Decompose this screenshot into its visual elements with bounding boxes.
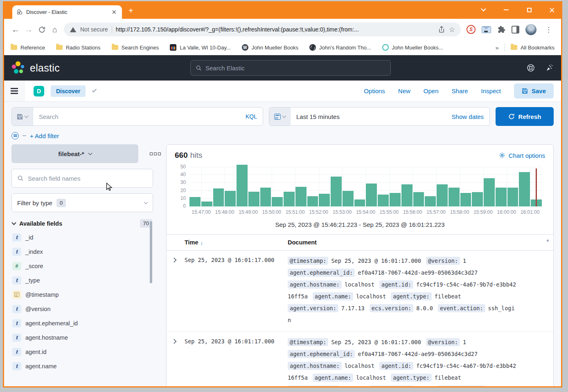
save-button[interactable]: Save xyxy=(514,83,554,99)
date-quick-menu-button[interactable] xyxy=(269,108,291,125)
new-tab-button[interactable]: + xyxy=(128,6,133,16)
all-bookmarks-button[interactable]: All Bookmarks xyxy=(511,45,554,51)
available-fields-header[interactable]: Available fields 70 xyxy=(11,219,153,228)
inspect-link[interactable]: Inspect xyxy=(481,87,501,94)
bookmark-item[interactable]: Search Engines xyxy=(112,45,159,51)
histogram-bar[interactable] xyxy=(343,191,354,206)
time-range-picker[interactable]: Last 15 minutes Show dates xyxy=(269,107,490,126)
filter-icon[interactable] xyxy=(11,132,19,139)
bookmark-item[interactable]: Radio Stations xyxy=(56,45,101,51)
index-pattern-selector[interactable]: filebeat-* xyxy=(11,144,138,163)
field-list-item[interactable]: tagent.name xyxy=(11,359,153,373)
extension-s-icon[interactable]: S xyxy=(467,25,476,34)
elastic-logo[interactable] xyxy=(11,61,25,75)
histogram-bar[interactable] xyxy=(425,196,436,206)
close-icon[interactable]: × xyxy=(549,7,555,13)
bookmark-item[interactable]: John's Random Tho... xyxy=(309,44,371,51)
histogram-bar[interactable] xyxy=(507,188,518,206)
share-link[interactable]: Share xyxy=(452,87,468,94)
histogram-bar[interactable] xyxy=(319,194,330,206)
field-list-item[interactable]: tagent.id xyxy=(11,345,153,359)
help-icon[interactable] xyxy=(527,64,535,72)
histogram-bar[interactable] xyxy=(472,192,483,206)
new-link[interactable]: New xyxy=(398,87,410,94)
time-column-header[interactable]: Time ↓ xyxy=(185,239,288,246)
query-input[interactable]: Search KQL xyxy=(11,107,263,126)
menu-hamburger-icon[interactable] xyxy=(4,81,25,101)
bookmarks-overflow-icon[interactable]: » xyxy=(496,44,499,51)
tab-close-icon[interactable]: ✕ xyxy=(110,9,118,15)
field-list-item[interactable]: t@version xyxy=(11,302,153,316)
bookmark-item[interactable]: La Valle, WI 10-Day... xyxy=(170,44,231,51)
extension-mail-icon[interactable] xyxy=(482,26,491,33)
histogram-bar[interactable] xyxy=(189,197,201,206)
minimize-icon[interactable] xyxy=(503,7,509,13)
table-scrollbar-dot[interactable] xyxy=(547,240,549,242)
field-list-item[interactable]: tagent.ephemeral_id xyxy=(11,316,153,330)
field-statistics-icon[interactable] xyxy=(150,152,161,155)
home-icon[interactable]: ⌂ xyxy=(48,23,61,36)
histogram-bar[interactable] xyxy=(213,188,224,206)
chart-options-button[interactable]: Chart options xyxy=(499,152,545,159)
newsfeed-icon[interactable] xyxy=(545,64,554,72)
histogram-bar[interactable] xyxy=(460,193,471,206)
histogram-bar[interactable] xyxy=(307,196,318,206)
options-link[interactable]: Options xyxy=(364,87,385,94)
histogram-bar[interactable] xyxy=(519,172,530,206)
field-list-item[interactable]: @timestamp xyxy=(11,287,153,302)
histogram-bar[interactable] xyxy=(260,188,271,206)
breadcrumb[interactable]: Discover xyxy=(51,85,86,97)
histogram-bar[interactable] xyxy=(331,177,342,206)
filter-by-type-select[interactable]: Filter by type 0 xyxy=(11,193,153,212)
field-list-item[interactable]: tagent.hostname xyxy=(11,330,153,345)
show-dates-link[interactable]: Show dates xyxy=(452,113,484,120)
histogram-bar[interactable] xyxy=(496,188,507,206)
side-panel-icon[interactable] xyxy=(512,26,519,34)
refresh-button[interactable]: Refresh xyxy=(496,107,554,126)
time-range-value[interactable]: Last 15 minutes xyxy=(296,113,452,120)
bookmark-item[interactable]: Reference xyxy=(11,45,45,51)
bookmark-item[interactable]: John Mueller Books... xyxy=(382,44,443,51)
histogram-bar[interactable] xyxy=(272,197,283,206)
histogram-chart[interactable]: 01020304050 xyxy=(189,167,542,206)
global-search-input[interactable]: Search Elastic xyxy=(190,60,391,76)
field-search-input[interactable]: Search field names xyxy=(11,169,153,188)
add-filter-link[interactable]: + Add filter xyxy=(30,132,59,139)
histogram-bar[interactable] xyxy=(201,202,212,206)
share-icon[interactable] xyxy=(438,26,445,33)
open-link[interactable]: Open xyxy=(424,87,439,94)
forward-icon[interactable]: → xyxy=(22,23,35,36)
bookmark-item[interactable]: WJohn Mueller Books xyxy=(242,44,298,51)
kql-label[interactable]: KQL xyxy=(246,113,257,120)
field-list-item[interactable]: t_index xyxy=(11,244,153,259)
histogram-bar[interactable] xyxy=(237,165,248,206)
url-bar[interactable]: Not secure http://172.105.7.150/app/disc… xyxy=(64,22,461,36)
back-icon[interactable]: ← xyxy=(9,23,22,36)
histogram-bar[interactable] xyxy=(484,178,495,206)
histogram-bar[interactable] xyxy=(354,199,365,206)
browser-menu-icon[interactable]: ⋮ xyxy=(543,25,554,34)
histogram-bar[interactable] xyxy=(437,184,448,206)
sort-descending-icon[interactable]: ↓ xyxy=(201,240,203,246)
histogram-bar[interactable] xyxy=(248,192,259,206)
profile-avatar[interactable] xyxy=(525,24,536,35)
app-badge[interactable]: D xyxy=(34,86,44,96)
expand-row-icon[interactable] xyxy=(167,255,185,326)
histogram-bar[interactable] xyxy=(378,195,389,206)
extensions-puzzle-icon[interactable] xyxy=(497,25,505,34)
bookmark-star-icon[interactable]: ☆ xyxy=(449,25,455,34)
histogram-bar[interactable] xyxy=(449,188,460,206)
browser-tab[interactable]: Discover - Elastic ✕ xyxy=(12,5,122,19)
histogram-bar[interactable] xyxy=(390,193,401,206)
histogram-bar[interactable] xyxy=(401,184,412,206)
histogram-bar[interactable] xyxy=(413,192,424,206)
histogram-bar[interactable] xyxy=(295,187,307,206)
expand-row-icon[interactable] xyxy=(167,336,185,386)
window-menu-icon[interactable] xyxy=(480,7,487,13)
field-list-item[interactable]: t_id xyxy=(11,230,153,244)
field-list-item[interactable]: #_score xyxy=(11,259,153,273)
sidebar-scrollbar-thumb[interactable] xyxy=(150,221,152,283)
field-list-item[interactable]: t_type xyxy=(11,273,153,287)
saved-query-menu-button[interactable] xyxy=(12,108,33,125)
histogram-bar[interactable] xyxy=(225,191,236,206)
